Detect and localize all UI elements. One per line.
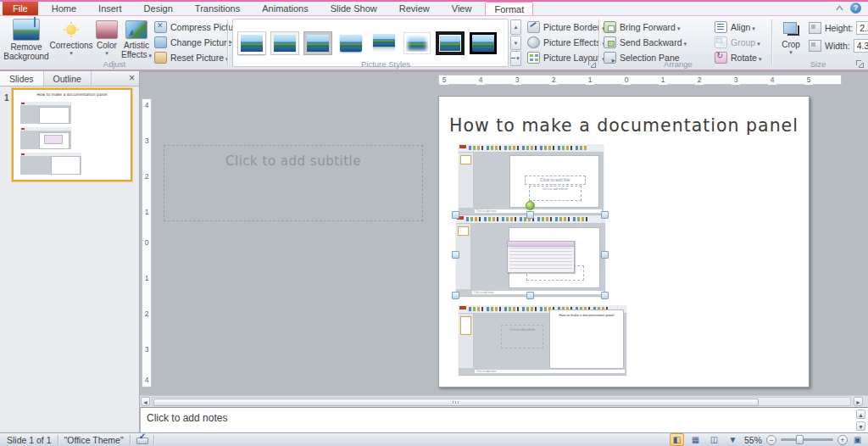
send-backward-button[interactable]: Send Backward xyxy=(604,36,687,48)
send-backward-icon xyxy=(604,36,616,48)
tab-insert[interactable]: Insert xyxy=(90,2,131,15)
selection-handle[interactable] xyxy=(601,251,609,259)
picture-styles-dialog-launcher-icon[interactable] xyxy=(588,60,596,68)
slide-show-view-icon[interactable]: ▼ xyxy=(726,433,740,446)
zoom-level[interactable]: 55% xyxy=(744,435,762,445)
ribbon-tab-bar: File Home Insert Design Transitions Anim… xyxy=(0,2,868,15)
rotate-handle[interactable] xyxy=(526,201,535,210)
height-row: Height: ▲▼ xyxy=(809,21,868,35)
width-input[interactable] xyxy=(854,39,868,53)
scrollbar-thumb[interactable] xyxy=(153,399,759,406)
picture-style-thumbnail[interactable] xyxy=(337,31,365,56)
tab-view[interactable]: View xyxy=(443,2,481,15)
scroll-right-icon[interactable]: ► xyxy=(854,397,863,406)
help-icon[interactable]: ? xyxy=(850,3,861,14)
bring-forward-button[interactable]: Bring Forward xyxy=(604,20,680,33)
spell-check-icon[interactable] xyxy=(136,435,147,444)
width-row: Width: ▲▼ xyxy=(809,39,868,53)
slide-thumbnail[interactable]: How to make a documentation panel xyxy=(12,88,132,181)
zoom-in-icon[interactable]: + xyxy=(837,435,848,445)
tab-slide-show[interactable]: Slide Show xyxy=(322,2,386,15)
picture-border-button[interactable]: Picture Border xyxy=(527,20,605,33)
tab-review[interactable]: Review xyxy=(391,2,438,15)
size-group-label: Size xyxy=(784,59,852,69)
picture-style-thumbnail[interactable] xyxy=(403,31,431,56)
landscape-preview-image xyxy=(404,33,430,53)
scroll-down-icon[interactable]: ▼ xyxy=(856,421,865,431)
picture-style-thumbnail[interactable] xyxy=(270,31,299,56)
tab-format[interactable]: Format xyxy=(485,2,533,15)
reset-picture-button[interactable]: Reset Picture xyxy=(154,51,229,64)
reading-view-icon[interactable]: ◫ xyxy=(707,433,721,446)
picture-style-thumbnail[interactable] xyxy=(469,31,498,56)
corrections-button[interactable]: Corrections ▾ xyxy=(51,19,92,56)
picture-style-thumbnail[interactable] xyxy=(436,31,465,56)
fit-slide-to-window-icon[interactable]: ▣ xyxy=(852,435,863,445)
picture-style-thumbnail[interactable] xyxy=(303,31,332,56)
zoom-slider[interactable] xyxy=(781,438,833,441)
thumbnail-mini-screenshot xyxy=(20,127,71,149)
tab-outline[interactable]: Outline xyxy=(44,71,92,86)
group-separator xyxy=(227,20,228,65)
selection-handle[interactable] xyxy=(601,292,609,299)
tab-design[interactable]: Design xyxy=(136,2,181,15)
color-button[interactable]: Color ▾ xyxy=(93,19,120,56)
change-picture-button[interactable]: Change Picture xyxy=(154,36,231,48)
embedded-screenshot-2-selected[interactable]: Click to add notes xyxy=(456,215,605,296)
gallery-scroll-up-icon[interactable]: ▲ xyxy=(510,20,521,35)
selection-handle[interactable] xyxy=(526,292,534,299)
vertical-ruler[interactable]: 4 3 2 1 0 1 2 3 4 xyxy=(142,98,152,387)
slide-sorter-view-icon[interactable]: ▦ xyxy=(688,433,703,446)
tab-transitions[interactable]: Transitions xyxy=(186,2,248,15)
mini-subtitle-placeholder: Click to add subtitle xyxy=(529,186,581,201)
mini-notes: Click to add notes xyxy=(474,209,603,214)
horizontal-ruler[interactable]: 5 4 3 2 1 0 1 2 3 4 5 xyxy=(438,75,842,85)
tab-home[interactable]: Home xyxy=(43,2,85,15)
subtitle-placeholder[interactable]: Click to add subtitle xyxy=(164,145,423,221)
notes-pane[interactable]: Click to add notes ▲ ▼ xyxy=(141,407,868,432)
picture-effects-button[interactable]: Picture Effects xyxy=(527,36,605,48)
bring-forward-icon xyxy=(604,21,616,33)
close-panel-icon[interactable]: × xyxy=(129,72,135,84)
height-input[interactable] xyxy=(856,21,868,35)
scroll-left-icon[interactable]: ◄ xyxy=(141,397,150,406)
slide-title[interactable]: How to make a documentation panel xyxy=(439,115,809,136)
slide-canvas[interactable]: How to make a documentation panel Click … xyxy=(438,96,810,387)
crop-button[interactable]: Crop ▾ xyxy=(776,19,805,55)
scroll-up-icon[interactable]: ▲ xyxy=(856,410,865,419)
landscape-preview-image xyxy=(373,34,395,47)
artistic-effects-button[interactable]: Artistic Effects xyxy=(121,19,152,60)
size-dialog-launcher-icon[interactable] xyxy=(856,60,864,68)
normal-view-icon[interactable]: ◧ xyxy=(670,433,684,446)
dropdown-arrow-icon: ▾ xyxy=(789,49,793,55)
collapse-ribbon-icon[interactable] xyxy=(836,5,843,10)
powerpoint-window: File Home Insert Design Transitions Anim… xyxy=(0,0,868,446)
zoom-slider-thumb[interactable] xyxy=(796,435,804,444)
notes-placeholder[interactable]: Click to add notes xyxy=(147,412,227,424)
selection-handle[interactable] xyxy=(452,211,459,219)
picture-style-thumbnail[interactable] xyxy=(237,31,266,56)
tab-slides[interactable]: Slides xyxy=(0,71,44,86)
dropdown-arrow-icon: ▾ xyxy=(105,50,108,56)
tab-animations[interactable]: Animations xyxy=(253,2,316,15)
mini-notes: Click to add notes xyxy=(471,290,604,295)
picture-style-thumbnail[interactable] xyxy=(370,31,398,56)
zoom-out-icon[interactable]: − xyxy=(766,435,776,445)
selection-handle[interactable] xyxy=(452,292,459,299)
remove-background-button[interactable]: Remove Background xyxy=(3,19,49,61)
landscape-preview-image xyxy=(304,32,331,54)
theme-name[interactable]: "Office Theme" xyxy=(64,435,124,445)
group-button[interactable]: Group xyxy=(715,36,760,48)
selection-handle[interactable] xyxy=(526,211,534,219)
selection-handle[interactable] xyxy=(601,211,609,219)
embedded-screenshot-3[interactable]: Click to add subtitle How to make a docu… xyxy=(459,305,626,375)
align-button[interactable]: Align xyxy=(715,20,755,33)
adjust-group-label: Adjust xyxy=(68,59,161,69)
gallery-scroll-down-icon[interactable]: ▼ xyxy=(510,36,521,51)
change-picture-icon xyxy=(154,36,167,48)
selection-handle[interactable] xyxy=(452,251,459,259)
tab-file[interactable]: File xyxy=(3,2,38,15)
gallery-more-icon[interactable]: ▼ xyxy=(510,51,521,66)
scrollbar-track[interactable] xyxy=(152,397,851,406)
artistic-effects-icon xyxy=(125,20,147,39)
